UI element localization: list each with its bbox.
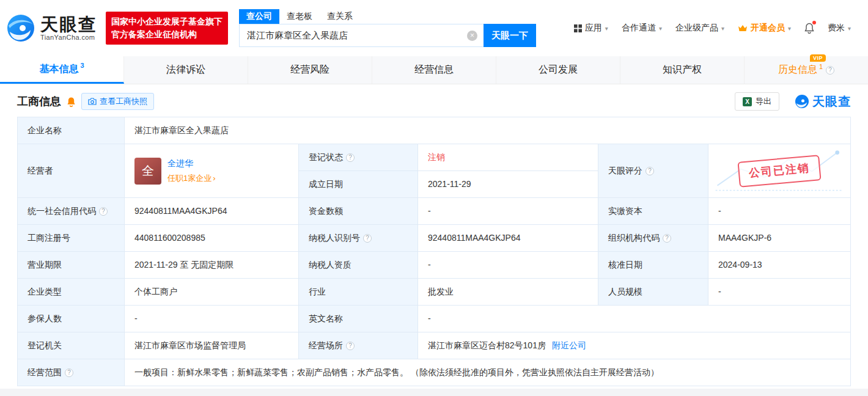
- help-icon[interactable]: ?: [346, 342, 355, 350]
- approval-date-label: 核准日期: [598, 252, 708, 279]
- tab-company-development[interactable]: 公司发展: [496, 56, 620, 84]
- next-section-edge: [0, 389, 868, 396]
- help-icon[interactable]: ?: [65, 369, 73, 377]
- insured-count-label: 参保人数: [18, 306, 125, 332]
- nav-apps[interactable]: 应用 ▾: [574, 23, 608, 34]
- tab-label: 法律诉讼: [166, 64, 205, 76]
- help-icon[interactable]: ?: [645, 167, 654, 175]
- reg-number-value: 440811600208985: [125, 225, 299, 252]
- search-row: × 天眼一下: [239, 24, 536, 47]
- operator-jobs-link[interactable]: 任职1家企业 ›: [167, 172, 216, 185]
- help-icon[interactable]: ?: [826, 66, 834, 75]
- search-tab-relation[interactable]: 查关系: [320, 9, 360, 24]
- reg-status-label: 登记状态?: [299, 144, 418, 171]
- logo-text: 天眼查 TianYanCha.com: [40, 15, 97, 41]
- chevron-down-icon: ▾: [605, 25, 608, 32]
- taxpayer-id-value: 92440811MAA4GKJP64: [418, 225, 598, 252]
- tianyancha-logo[interactable]: 天眼查 TianYanCha.com: [6, 13, 97, 43]
- subscribe-bell-icon[interactable]: [67, 97, 76, 107]
- tab-label: 公司发展: [539, 64, 578, 76]
- chevron-down-icon: ▾: [659, 25, 662, 32]
- header: 天眼查 TianYanCha.com 国家中小企业发展子基金旗下 官方备案企业征…: [0, 0, 868, 56]
- nav-cooperation[interactable]: 合作通道 ▾: [622, 23, 662, 34]
- tab-basic-info[interactable]: 基本信息 3: [0, 56, 124, 84]
- nearby-companies-link[interactable]: 附近公司: [552, 339, 586, 353]
- nav-apps-label: 应用: [585, 23, 602, 34]
- tab-operating-risk[interactable]: 经营风险: [248, 56, 372, 84]
- reg-authority-value: 湛江市麻章区市场监督管理局: [125, 332, 299, 359]
- tab-label: 经营信息: [414, 64, 454, 76]
- taxpayer-quality-label: 纳税人资质: [299, 252, 418, 279]
- tianyancha-watermark-icon: [795, 94, 809, 109]
- org-code-value: MAA4GKJP-6: [708, 225, 851, 252]
- clear-icon[interactable]: ×: [467, 31, 477, 41]
- chevron-down-icon: ▾: [788, 25, 791, 32]
- paid-capital-value: -: [708, 198, 851, 225]
- business-place-label: 经营场所?: [299, 332, 418, 359]
- search-input[interactable]: [240, 24, 484, 46]
- capital-label: 资金数额: [299, 198, 418, 225]
- vip-badge: VIP: [810, 54, 826, 62]
- logo-subtitle: TianYanCha.com: [40, 34, 97, 41]
- help-icon[interactable]: ?: [663, 234, 671, 243]
- operator-jobs-label: 任职1家企业: [167, 172, 211, 185]
- notification-bell[interactable]: [804, 23, 814, 34]
- tab-operating-info[interactable]: 经营信息: [372, 56, 496, 84]
- tab-count: 1: [819, 63, 823, 70]
- search-tab-boss[interactable]: 查老板: [279, 9, 320, 24]
- capital-value: -: [418, 198, 598, 225]
- bell-icon: [804, 23, 814, 34]
- tab-legal-proceedings[interactable]: 法律诉讼: [124, 56, 248, 84]
- business-term-value: 2021-11-29 至 无固定期限: [125, 252, 299, 279]
- business-term-label: 营业期限: [18, 252, 125, 279]
- score-label: 天眼评分?: [598, 144, 708, 198]
- operator-avatar[interactable]: 全: [134, 158, 161, 185]
- camera-icon: [88, 98, 97, 105]
- business-scope-value: 一般项目：新鲜水果零售；新鲜蔬菜零售；农副产品销售；水产品零售。 （除依法须经批…: [125, 359, 851, 386]
- operator-cell: 全 全进华 任职1家企业 ›: [125, 144, 299, 198]
- help-icon[interactable]: ?: [346, 153, 355, 162]
- crown-icon: [738, 24, 748, 32]
- operator-label: 经营者: [18, 144, 125, 198]
- export-button-label: 导出: [756, 96, 771, 107]
- badge-line1: 国家中小企业发展子基金旗下: [111, 15, 223, 28]
- operator-name-link[interactable]: 全进华: [167, 157, 216, 170]
- tab-label: 经营风险: [290, 64, 329, 76]
- establish-date-value: 2021-11-29: [418, 171, 598, 198]
- company-type-value: 个体工商户: [125, 279, 299, 306]
- industry-label: 行业: [299, 279, 418, 306]
- paid-capital-label: 实缴资本: [598, 198, 708, 225]
- business-place-value: 湛江市麻章区迈合村82号101房 附近公司: [418, 332, 851, 359]
- tab-label: 基本信息: [39, 63, 78, 76]
- company-name-label: 企业名称: [18, 117, 125, 144]
- nav-vip-label: 开通会员: [751, 23, 785, 34]
- tab-intellectual-property[interactable]: 知识产权: [620, 56, 745, 84]
- business-place-address: 湛江市麻章区迈合村82号101房: [428, 339, 546, 353]
- org-code-label: 组织机构代码?: [598, 225, 708, 252]
- company-type-label: 企业类型: [18, 279, 125, 306]
- nav-user[interactable]: 费米 ▾: [828, 23, 851, 34]
- chevron-down-icon: ▾: [721, 25, 724, 32]
- snapshot-button[interactable]: 查看工商快照: [81, 93, 154, 110]
- search-tab-company[interactable]: 查公司: [239, 9, 279, 24]
- help-icon[interactable]: ?: [363, 234, 372, 243]
- nav-enterprise[interactable]: 企业级产品 ▾: [675, 23, 724, 34]
- tab-history-info[interactable]: VIP 历史信息 1 ?: [745, 56, 868, 84]
- insured-count-value: -: [125, 306, 299, 332]
- business-info-table: 企业名称 湛江市麻章区全入果蔬店 经营者 全 全进华 任职1家企业 › 登记状态…: [17, 117, 851, 386]
- tab-label: 知识产权: [663, 64, 702, 76]
- export-button[interactable]: X 导出: [735, 92, 779, 111]
- score-stamp-cell: 公司已注销: [708, 144, 851, 198]
- page-tabs: 基本信息 3 法律诉讼 经营风险 经营信息 公司发展 知识产权 VIP 历史信息…: [0, 56, 868, 84]
- deregistered-stamp: 公司已注销: [737, 155, 821, 187]
- credit-code-value: 92440811MAA4GKJP64: [125, 198, 299, 225]
- nav-vip[interactable]: 开通会员 ▾: [738, 23, 791, 34]
- chevron-down-icon: ▾: [848, 25, 851, 32]
- tianyancha-logo-icon: [6, 13, 35, 43]
- help-icon[interactable]: ?: [99, 207, 108, 216]
- search-tabs: 查公司 查老板 查关系: [239, 9, 536, 24]
- search-button[interactable]: 天眼一下: [484, 24, 536, 47]
- taxpayer-quality-value: -: [418, 252, 598, 279]
- credit-code-label: 统一社会信用代码?: [18, 198, 125, 225]
- top-nav: 应用 ▾ 合作通道 ▾ 企业级产品 ▾ 开通会员 ▾ 费米 ▾: [574, 23, 851, 34]
